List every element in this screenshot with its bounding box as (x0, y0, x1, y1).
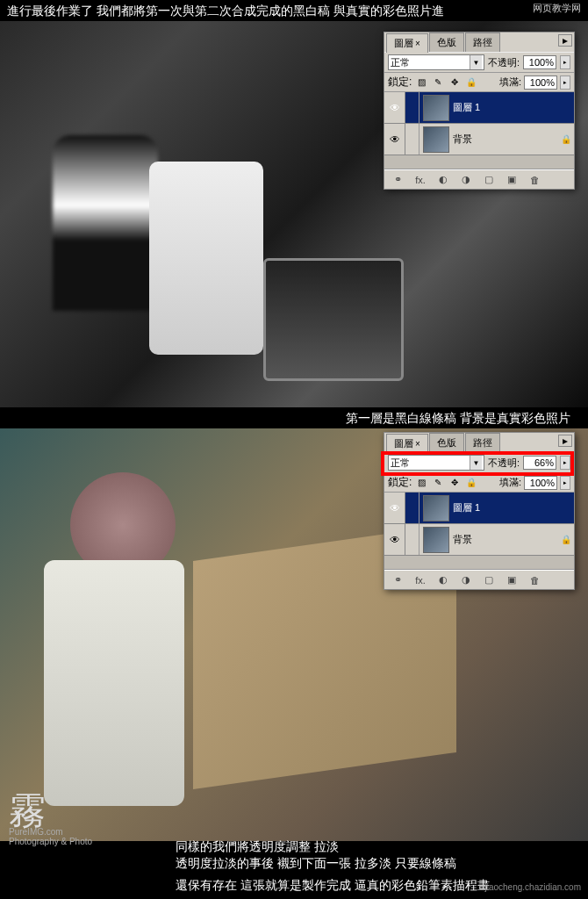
lock-transparency-icon[interactable]: ▨ (414, 76, 428, 89)
trash-icon[interactable]: 🗑 (527, 173, 542, 187)
fill-label: 填滿: (499, 476, 521, 489)
opacity-flyout-icon[interactable]: ▸ (560, 55, 570, 69)
tab-channels[interactable]: 色版 (429, 32, 464, 52)
adjustment-icon[interactable]: ◑ (458, 573, 474, 587)
opacity-input[interactable]: 100% (523, 55, 556, 69)
lock-paint-icon[interactable]: ✎ (431, 76, 445, 89)
layer-thumbnail[interactable] (423, 495, 449, 521)
instruction-top-text: 進行最後作業了 我們都將第一次與第二次合成完成的黑白稿 與真實的彩色照片進 (7, 4, 444, 19)
lock-position-icon[interactable]: ✥ (448, 76, 462, 89)
lock-transparency-icon[interactable]: ▨ (414, 477, 428, 489)
panel-tabs: 圖層× 色版 路徑 ▸ (384, 32, 574, 52)
layer-empty-row (384, 155, 574, 169)
mask-icon[interactable]: ◐ (435, 173, 451, 187)
panel-menu-button[interactable]: ▸ (558, 435, 572, 447)
link-layers-icon[interactable]: ⚭ (390, 173, 405, 187)
layers-panel-2: 圖層× 色版 路徑 ▸ 正常 ▼ 不透明: 66% ▸ 鎖定: ▨ ✎ ✥ 🔒 … (384, 432, 575, 590)
trash-icon[interactable]: 🗑 (527, 573, 542, 587)
visibility-eye-icon[interactable]: 👁 (384, 124, 405, 155)
link-layers-icon[interactable]: ⚭ (390, 573, 405, 587)
color-washing-machine (44, 560, 184, 806)
folder-icon[interactable]: ▢ (481, 173, 497, 187)
lock-label: 鎖定: (388, 75, 412, 90)
visibility-eye-icon[interactable]: 👁 (384, 493, 405, 523)
opacity-input[interactable]: 66% (523, 456, 556, 470)
watermark-bottom-right: jiaocheng.chazidian.com (484, 882, 581, 892)
blend-mode-value: 正常 (391, 457, 410, 470)
link-column[interactable] (405, 92, 419, 123)
link-column[interactable] (405, 524, 419, 555)
adjustment-icon[interactable]: ◑ (458, 173, 474, 187)
blend-mode-select[interactable]: 正常 ▼ (388, 455, 484, 471)
opacity-flyout-icon[interactable]: ▸ (560, 456, 570, 470)
blend-mode-value: 正常 (391, 56, 410, 69)
panel-menu-button[interactable]: ▸ (558, 34, 572, 47)
logo-tagline: Photography & Photo (9, 837, 92, 846)
fx-icon[interactable]: fx. (412, 173, 428, 187)
layer-list: 👁 圖層 1 👁 背景 🔒 (384, 92, 574, 169)
mask-icon[interactable]: ◐ (435, 573, 451, 587)
layer-thumbnail[interactable] (423, 126, 449, 153)
tab-channels[interactable]: 色版 (429, 433, 464, 452)
blend-opacity-row: 正常 ▼ 不透明: 66% ▸ (384, 452, 574, 473)
tab-paths[interactable]: 路徑 (465, 433, 500, 452)
opacity-label: 不透明: (488, 457, 520, 470)
tab-layers-label: 圖層 (394, 438, 413, 449)
blend-mode-select[interactable]: 正常 ▼ (388, 54, 484, 70)
instruction-bottom-2: 透明度拉淡的事後 襯到下面一張 拉多淡 只要線條稿 (176, 855, 456, 873)
layer-bg-name[interactable]: 背景 (453, 133, 560, 146)
layer-item-1[interactable]: 👁 圖層 1 (384, 92, 574, 124)
instruction-mid: 第一層是黑白線條稿 背景是真實彩色照片 (346, 411, 570, 427)
watermark-top-right: 网页教学网 (533, 2, 581, 15)
panel-footer: ⚭ fx. ◐ ◑ ▢ ▣ 🗑 (384, 169, 574, 189)
instruction-top: 進行最後作業了 我們都將第一次與第二次合成完成的黑白稿 與真實的彩色照片進 (7, 4, 581, 19)
layer-item-background[interactable]: 👁 背景 🔒 (384, 124, 574, 155)
layer-thumbnail[interactable] (423, 527, 449, 553)
bw-suitcase (263, 258, 404, 381)
layer-1-name[interactable]: 圖層 1 (453, 501, 574, 514)
layer-bg-name[interactable]: 背景 (453, 533, 560, 546)
opacity-label: 不透明: (488, 56, 520, 69)
fill-input[interactable]: 100% (524, 76, 557, 90)
panel-footer: ⚭ fx. ◐ ◑ ▢ ▣ 🗑 (384, 570, 574, 589)
visibility-eye-icon[interactable]: 👁 (384, 524, 405, 555)
chevron-down-icon: ▼ (470, 55, 482, 69)
tab-layers[interactable]: 圖層× (386, 434, 428, 453)
new-layer-icon[interactable]: ▣ (504, 173, 520, 187)
tab-layers-label: 圖層 (394, 38, 413, 48)
layer-item-background[interactable]: 👁 背景 🔒 (384, 524, 574, 556)
link-column[interactable] (405, 124, 419, 155)
fill-input[interactable]: 100% (524, 476, 557, 490)
bw-figure-silhouette (53, 135, 158, 311)
logo-char: 霧 (9, 797, 92, 827)
lock-fill-row: 鎖定: ▨ ✎ ✥ 🔒 填滿: 100% ▸ (384, 473, 574, 493)
tab-paths[interactable]: 路徑 (465, 32, 500, 52)
instruction-bottom: 同樣的我們將透明度調整 拉淡 透明度拉淡的事後 襯到下面一張 拉多淡 只要線條稿 (176, 838, 456, 873)
tab-layers[interactable]: 圖層× (386, 33, 428, 53)
new-layer-icon[interactable]: ▣ (504, 573, 520, 587)
layer-1-name[interactable]: 圖層 1 (453, 101, 574, 114)
layer-item-1[interactable]: 👁 圖層 1 (384, 493, 574, 524)
layer-thumbnail[interactable] (423, 95, 449, 121)
tab-close-icon[interactable]: × (415, 439, 420, 449)
visibility-eye-icon[interactable]: 👁 (384, 92, 405, 123)
lock-paint-icon[interactable]: ✎ (431, 477, 445, 489)
tab-close-icon[interactable]: × (415, 39, 420, 48)
fx-icon[interactable]: fx. (412, 573, 428, 587)
fill-label: 填滿: (499, 76, 521, 89)
lock-indicator-icon: 🔒 (560, 134, 574, 144)
lock-position-icon[interactable]: ✥ (448, 477, 462, 489)
lock-fill-row: 鎖定: ▨ ✎ ✥ 🔒 填滿: 100% ▸ (384, 73, 574, 92)
panel-tabs: 圖層× 色版 路徑 ▸ (384, 433, 574, 452)
lock-all-icon[interactable]: 🔒 (464, 477, 478, 489)
fill-flyout-icon[interactable]: ▸ (560, 76, 570, 90)
link-column[interactable] (405, 493, 419, 523)
folder-icon[interactable]: ▢ (481, 573, 497, 587)
layer-empty-row (384, 556, 574, 570)
bw-washing-machine (149, 162, 263, 355)
chevron-down-icon: ▼ (470, 456, 482, 470)
instruction-bottom-3: 還保有存在 這張就算是製作完成 逼真的彩色鉛筆素描程畫 (176, 878, 490, 894)
lock-label: 鎖定: (388, 475, 412, 490)
fill-flyout-icon[interactable]: ▸ (560, 476, 570, 490)
lock-all-icon[interactable]: 🔒 (464, 76, 478, 89)
